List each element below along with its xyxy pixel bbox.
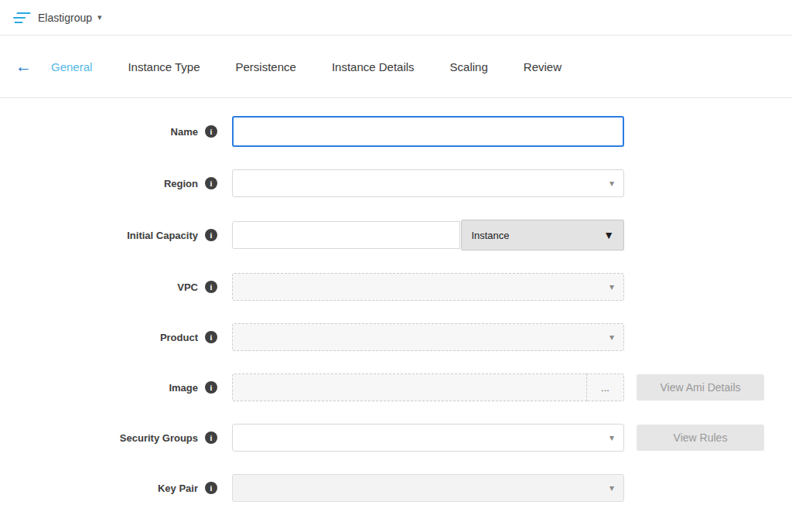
form-row-initial-capacity: Initial Capacity i Instance ▼ xyxy=(0,220,792,251)
capacity-unit-select[interactable]: Instance ▼ xyxy=(461,220,624,251)
wizard-tabs: General Instance Type Persistence Instan… xyxy=(51,60,597,73)
form-row-vpc: VPC i ▾ xyxy=(0,273,792,301)
name-label: Name xyxy=(171,126,198,138)
chevron-down-icon: ▾ xyxy=(609,332,614,343)
tab-persistence[interactable]: Persistence xyxy=(236,60,296,73)
capacity-unit-value: Instance xyxy=(471,230,509,241)
tab-instance-type[interactable]: Instance Type xyxy=(128,60,200,73)
form-row-key-pair: Key Pair i ▾ xyxy=(0,474,792,502)
product-select: ▾ xyxy=(232,323,624,351)
form-row-name: Name i xyxy=(0,116,792,147)
vpc-label: VPC xyxy=(177,281,198,293)
info-icon[interactable]: i xyxy=(205,331,217,343)
info-icon[interactable]: i xyxy=(205,177,217,189)
chevron-down-icon: ▾ xyxy=(609,178,614,189)
tab-instance-details[interactable]: Instance Details xyxy=(332,60,415,73)
app-title[interactable]: Elastigroup xyxy=(38,12,92,24)
region-label: Region xyxy=(164,178,198,189)
key-pair-select[interactable]: ▾ xyxy=(232,474,624,502)
region-select[interactable]: ▾ xyxy=(232,169,624,197)
elastigroup-logo-icon xyxy=(11,11,32,25)
info-icon[interactable]: i xyxy=(205,381,217,394)
image-input xyxy=(232,373,586,401)
image-label: Image xyxy=(169,382,198,394)
product-label: Product xyxy=(160,332,198,343)
form-row-image: Image i ... View Ami Details xyxy=(0,373,792,401)
view-ami-details-button[interactable]: View Ami Details xyxy=(637,374,764,401)
security-groups-label: Security Groups xyxy=(120,432,198,444)
form-row-region: Region i ▾ xyxy=(0,169,792,197)
info-icon[interactable]: i xyxy=(205,431,217,444)
tab-general[interactable]: General xyxy=(51,60,92,73)
chevron-down-icon: ▾ xyxy=(609,483,614,493)
wizard-tab-bar: ← General Instance Type Persistence Inst… xyxy=(0,36,792,98)
chevron-down-icon: ▼ xyxy=(603,229,614,241)
chevron-down-icon: ▾ xyxy=(609,432,614,443)
name-input[interactable] xyxy=(232,116,624,147)
info-icon[interactable]: i xyxy=(205,482,217,494)
image-field-group: ... xyxy=(232,373,624,401)
tab-scaling[interactable]: Scaling xyxy=(450,60,488,73)
vpc-select: ▾ xyxy=(232,273,624,301)
initial-capacity-input[interactable] xyxy=(232,221,460,249)
chevron-down-icon: ▾ xyxy=(609,281,614,292)
back-arrow-icon[interactable]: ← xyxy=(15,57,51,76)
initial-capacity-label: Initial Capacity xyxy=(127,230,198,241)
info-icon[interactable]: i xyxy=(205,229,217,241)
security-groups-select[interactable]: ▾ xyxy=(232,424,624,452)
info-icon[interactable]: i xyxy=(205,125,217,138)
image-browse-button[interactable]: ... xyxy=(586,373,624,401)
view-rules-button[interactable]: View Rules xyxy=(637,425,764,451)
app-switcher-caret-icon[interactable]: ▾ xyxy=(97,12,102,22)
key-pair-label: Key Pair xyxy=(158,483,198,494)
form-row-security-groups: Security Groups i ▾ View Rules xyxy=(0,424,792,452)
general-settings-form: Name i Region i ▾ Initial Capacity i Ins xyxy=(0,98,792,502)
tab-review[interactable]: Review xyxy=(524,60,562,73)
form-row-product: Product i ▾ xyxy=(0,323,792,351)
info-icon[interactable]: i xyxy=(205,281,217,293)
app-bar: Elastigroup ▾ xyxy=(0,0,792,36)
